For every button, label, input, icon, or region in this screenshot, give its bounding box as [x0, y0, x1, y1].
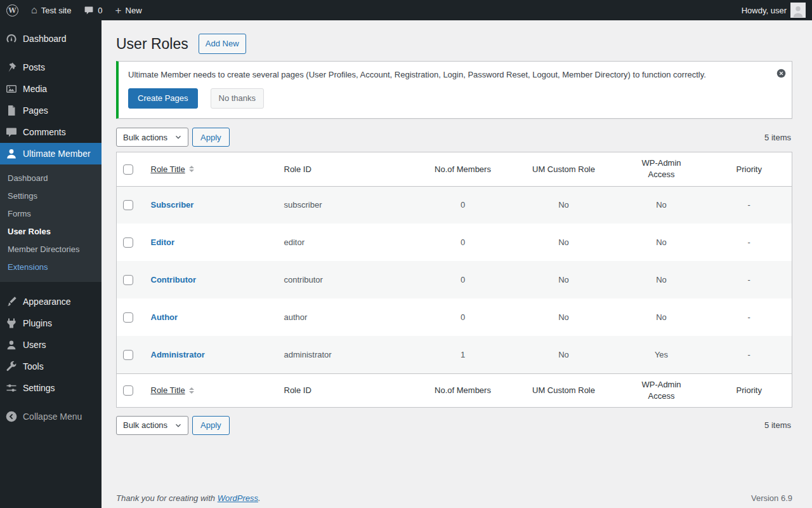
sort-role-title-link[interactable]: Role Title	[151, 385, 194, 395]
submenu-item-user-roles[interactable]: User Roles	[0, 223, 102, 241]
members-cell: 0	[415, 186, 511, 224]
submenu-item-member-directories[interactable]: Member Directories	[0, 241, 102, 258]
settings-icon	[5, 382, 18, 394]
sidebar-item-comments[interactable]: Comments	[0, 121, 102, 143]
comments-count: 0	[98, 6, 102, 15]
ultimate-member-submenu: Dashboard Settings Forms User Roles Memb…	[0, 164, 102, 282]
tablenav-top: Bulk actions Apply 5 items	[116, 128, 792, 147]
row-checkbox[interactable]	[123, 275, 133, 285]
wp-logo-menu[interactable]: W	[0, 0, 25, 20]
table-row-administrator: Administrator administrator 1 No Yes -	[117, 336, 792, 373]
wp-admin-access-cell: No	[617, 298, 707, 336]
new-label: New	[126, 6, 142, 15]
table-row-subscriber: Subscriber subscriber 0 No No -	[117, 186, 792, 224]
howdy-label: Howdy, user	[742, 6, 787, 15]
new-content-menu[interactable]: + New	[109, 0, 148, 20]
role-title-link[interactable]: Administrator	[151, 350, 205, 359]
chevron-down-icon	[174, 133, 183, 142]
bulk-actions-label: Bulk actions	[123, 420, 167, 430]
my-account-menu[interactable]: Howdy, user	[735, 0, 812, 20]
role-title-link[interactable]: Subscriber	[151, 200, 194, 210]
avatar	[790, 3, 806, 18]
role-title-link[interactable]: Editor	[151, 237, 175, 247]
submenu-item-label: Extensions	[8, 262, 48, 272]
wordpress-logo-icon: W	[6, 4, 18, 17]
role-title-header: Role Title	[151, 164, 185, 174]
create-pages-button[interactable]: Create Pages	[128, 88, 198, 109]
comments-menu[interactable]: 0	[77, 0, 108, 20]
table-header: Role Title Role ID No.of Members UM Cust…	[117, 152, 792, 186]
add-new-button[interactable]: Add New	[199, 34, 246, 54]
priority-cell: -	[707, 224, 792, 261]
custom-role-cell: No	[511, 224, 617, 261]
submenu-item-dashboard[interactable]: Dashboard	[0, 170, 102, 187]
row-checkbox[interactable]	[123, 312, 133, 323]
apply-button[interactable]: Apply	[192, 416, 230, 435]
select-all-checkbox[interactable]	[123, 164, 133, 175]
sidebar-item-dashboard[interactable]: Dashboard	[0, 28, 102, 50]
apply-button[interactable]: Apply	[192, 128, 230, 147]
submenu-item-label: Dashboard	[8, 173, 48, 183]
submenu-item-extensions[interactable]: Extensions	[0, 258, 102, 276]
members-header: No.of Members	[415, 152, 511, 186]
custom-role-header: UM Custom Role	[511, 373, 617, 407]
bulk-actions-select[interactable]: Bulk actions	[116, 416, 188, 435]
submenu-item-label: Member Directories	[8, 244, 79, 254]
priority-cell: -	[707, 261, 792, 298]
sidebar-item-label: Settings	[23, 382, 55, 394]
sidebar-item-ultimate-member[interactable]: Ultimate Member	[0, 143, 102, 164]
select-all-checkbox[interactable]	[123, 385, 133, 396]
role-title-link[interactable]: Author	[151, 312, 178, 322]
main-content: User Roles Add New Ultimate Member needs…	[102, 0, 812, 508]
role-id-header: Role ID	[278, 152, 415, 186]
sidebar-item-label: Plugins	[23, 317, 52, 330]
appearance-icon	[5, 295, 18, 308]
items-count: 5 items	[764, 420, 792, 430]
table-footer: Role Title Role ID No.of Members UM Cust…	[117, 373, 792, 407]
sidebar-item-posts[interactable]: Posts	[0, 57, 102, 78]
row-checkbox[interactable]	[123, 350, 133, 360]
row-checkbox[interactable]	[123, 200, 133, 210]
sort-indicator-icon	[189, 387, 194, 394]
admin-sidebar: Dashboard Posts Media Pages Comments Ult…	[0, 20, 102, 508]
sidebar-item-users[interactable]: Users	[0, 334, 102, 356]
members-cell: 0	[415, 224, 511, 261]
sidebar-item-appearance[interactable]: Appearance	[0, 291, 102, 312]
tablenav-bottom: Bulk actions Apply 5 items	[116, 416, 792, 435]
site-name-menu[interactable]: ⌂ Test site	[25, 0, 77, 20]
role-id-cell: editor	[278, 224, 415, 261]
no-thanks-button[interactable]: No thanks	[211, 88, 265, 109]
role-id-cell: administrator	[278, 336, 415, 373]
sidebar-item-pages[interactable]: Pages	[0, 100, 102, 121]
submenu-item-forms[interactable]: Forms	[0, 205, 102, 223]
row-checkbox[interactable]	[123, 237, 133, 248]
sidebar-item-tools[interactable]: Tools	[0, 356, 102, 377]
admin-bar: W ⌂ Test site 0 + New Howdy, user	[0, 0, 812, 20]
role-title-link[interactable]: Contributor	[151, 275, 196, 284]
footer-period: .	[258, 493, 261, 503]
submenu-item-settings[interactable]: Settings	[0, 187, 102, 205]
sidebar-item-plugins[interactable]: Plugins	[0, 312, 102, 334]
footer-thanks-prefix: Thank you for creating with	[116, 493, 215, 503]
wordpress-link[interactable]: WordPress	[218, 493, 258, 503]
wp-admin-access-cell: Yes	[617, 336, 707, 373]
notice-message: Ultimate Member needs to create several …	[128, 69, 764, 81]
sort-indicator-icon	[189, 166, 194, 172]
items-count: 5 items	[764, 133, 792, 142]
role-id-cell: author	[278, 298, 415, 336]
sidebar-item-label: Comments	[23, 126, 66, 138]
user-roles-table: Role Title Role ID No.of Members UM Cust…	[116, 152, 792, 408]
wp-admin-access-header: WP-Admin Access	[636, 379, 688, 402]
dismiss-icon	[776, 68, 787, 79]
table-row-author: Author author 0 No No -	[117, 298, 792, 336]
sidebar-item-media[interactable]: Media	[0, 78, 102, 100]
sidebar-item-settings[interactable]: Settings	[0, 377, 102, 399]
sidebar-item-label: Pages	[23, 104, 48, 117]
sidebar-item-label: Tools	[23, 360, 44, 373]
collapse-menu-button[interactable]: Collapse Menu	[0, 406, 102, 427]
sort-role-title-link[interactable]: Role Title	[151, 164, 194, 174]
dismiss-notice-button[interactable]	[776, 68, 787, 79]
ultimate-member-icon	[5, 147, 18, 160]
bulk-actions-select[interactable]: Bulk actions	[116, 128, 188, 147]
chevron-down-icon	[174, 421, 183, 430]
